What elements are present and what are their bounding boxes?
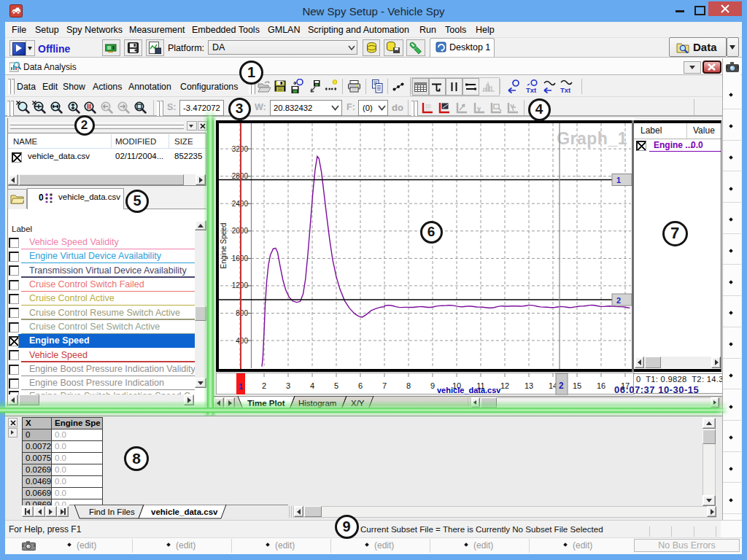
svg-text:13: 13 <box>525 381 533 390</box>
svg-text:2: 2 <box>616 296 621 305</box>
svg-text:400: 400 <box>236 337 248 345</box>
svg-text:1: 1 <box>616 176 621 184</box>
svg-text:3: 3 <box>286 381 290 390</box>
svg-text:8: 8 <box>406 381 411 390</box>
svg-text:12: 12 <box>500 381 509 390</box>
svg-text:6: 6 <box>358 381 363 390</box>
svg-text:800: 800 <box>236 309 248 317</box>
svg-text:Txt: Txt <box>526 86 537 94</box>
svg-text:7: 7 <box>382 381 387 390</box>
svg-text:y: y <box>477 105 481 112</box>
svg-text:15: 15 <box>573 381 581 390</box>
svg-text:5: 5 <box>334 381 338 390</box>
svg-text:2: 2 <box>559 381 564 391</box>
svg-text:Engine Speed: Engine Speed <box>220 223 228 269</box>
svg-text:4: 4 <box>310 381 314 390</box>
svg-text:vehicle_data.csv: vehicle_data.csv <box>437 386 501 394</box>
svg-text:Find In Files: Find In Files <box>89 508 135 516</box>
svg-text:vehicle_data.csv: vehicle_data.csv <box>151 508 218 516</box>
svg-text:9: 9 <box>430 381 435 390</box>
svg-text:2: 2 <box>262 381 266 390</box>
svg-text:Txt: Txt <box>560 86 571 94</box>
svg-text:16: 16 <box>597 381 605 390</box>
svg-text:Graph_1: Graph_1 <box>557 129 627 148</box>
svg-text:1: 1 <box>239 382 243 391</box>
